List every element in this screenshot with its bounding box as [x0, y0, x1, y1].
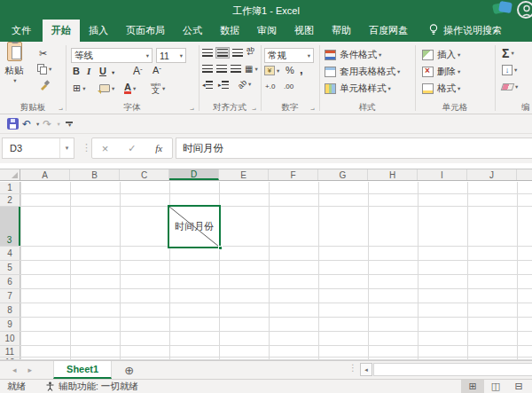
- dialog-launcher-icon[interactable]: ⌐: [310, 106, 315, 113]
- delete-cells-button[interactable]: 删除▾: [422, 66, 460, 78]
- fill-color-button[interactable]: ▾: [99, 84, 114, 92]
- format-painter-button[interactable]: [39, 80, 50, 90]
- font-size-combo[interactable]: 11▾: [156, 48, 186, 63]
- formula-input[interactable]: 时间月份: [176, 138, 532, 159]
- font-color-button[interactable]: A▾: [124, 83, 136, 94]
- undo-dropdown[interactable]: ▾: [36, 121, 39, 128]
- dialog-launcher-icon[interactable]: ⌐: [190, 106, 194, 113]
- conditional-formatting-button[interactable]: 条件格式▾: [325, 49, 381, 61]
- orientation-button[interactable]: ab▾: [238, 80, 251, 89]
- row-header-4[interactable]: 4: [0, 247, 20, 260]
- wrap-text-button[interactable]: ab↩: [246, 47, 254, 56]
- fill-button[interactable]: ↓▾: [502, 65, 517, 75]
- selected-cell-d3[interactable]: 时间月份: [168, 205, 221, 248]
- format-as-table-button[interactable]: 套用表格格式▾: [325, 66, 400, 78]
- enter-button[interactable]: ✓: [128, 143, 136, 154]
- clear-button[interactable]: ▾: [502, 83, 518, 90]
- row-header-6[interactable]: 6: [0, 275, 20, 288]
- column-header-partial[interactable]: [517, 169, 532, 180]
- hscroll-left-button[interactable]: ◂: [360, 363, 372, 376]
- prev-sheet-button[interactable]: ◂: [12, 365, 17, 374]
- cut-button[interactable]: ✂: [39, 48, 47, 59]
- user-avatar[interactable]: [517, 1, 532, 19]
- align-middle-button[interactable]: [216, 48, 229, 58]
- dialog-launcher-icon[interactable]: ⌐: [252, 106, 256, 113]
- row-header-2[interactable]: 2: [0, 194, 20, 206]
- normal-view-button[interactable]: ⊞: [461, 380, 484, 393]
- percent-style-button[interactable]: %: [286, 65, 294, 75]
- row-header-12[interactable]: 12: [0, 358, 20, 359]
- phonetic-guide-button[interactable]: wén 文 ▾: [151, 82, 165, 95]
- column-header-c[interactable]: C: [120, 169, 169, 180]
- row-header-3-active[interactable]: 3: [0, 207, 20, 246]
- column-header-d-active[interactable]: D: [169, 169, 219, 180]
- tab-insert[interactable]: 插入: [80, 20, 117, 42]
- underline-button[interactable]: U: [99, 66, 106, 76]
- tab-home[interactable]: 开始: [43, 20, 80, 42]
- increase-indent-button[interactable]: ▸: [218, 81, 229, 89]
- decrease-indent-button[interactable]: ◂: [202, 81, 213, 89]
- tab-file[interactable]: 文件: [0, 20, 43, 42]
- insert-function-button[interactable]: fx: [155, 143, 162, 153]
- column-header-g[interactable]: G: [318, 169, 368, 180]
- column-header-i[interactable]: I: [418, 169, 467, 180]
- sheet-tab-sheet1[interactable]: Sheet1: [53, 361, 112, 379]
- row-header-8[interactable]: 8: [0, 303, 20, 317]
- formula-bar-splitter[interactable]: ⋮: [82, 142, 91, 153]
- column-header-b[interactable]: B: [70, 169, 120, 180]
- align-left-button[interactable]: [202, 65, 213, 73]
- tab-help[interactable]: 帮助: [323, 20, 360, 42]
- number-format-combo[interactable]: 常规▾: [264, 48, 314, 63]
- customize-qat-button[interactable]: ▾: [66, 122, 73, 127]
- italic-button[interactable]: I: [87, 66, 90, 76]
- column-header-e[interactable]: E: [219, 169, 269, 180]
- copy-button[interactable]: ▾: [37, 64, 51, 75]
- row-header-11[interactable]: 11: [0, 346, 20, 357]
- grow-font-button[interactable]: Aˆ: [133, 65, 143, 77]
- decrease-decimal-button[interactable]: .00: [284, 83, 293, 90]
- tab-formulas[interactable]: 公式: [174, 20, 211, 42]
- tab-review[interactable]: 审阅: [248, 20, 286, 42]
- horizontal-scrollbar[interactable]: [373, 363, 532, 376]
- cancel-button[interactable]: ×: [102, 142, 109, 155]
- merge-center-button[interactable]: ▦▾: [245, 64, 258, 74]
- page-break-view-button[interactable]: ⊟: [507, 380, 530, 393]
- align-bottom-button[interactable]: [232, 49, 243, 57]
- shrink-font-button[interactable]: Aˇ: [153, 65, 161, 75]
- align-center-button[interactable]: [216, 65, 227, 73]
- tell-me-search[interactable]: 操作说明搜索: [429, 20, 502, 42]
- fill-handle[interactable]: [218, 246, 223, 250]
- row-header-10[interactable]: 10: [0, 332, 20, 345]
- tab-scrollbar-splitter[interactable]: ⋮: [348, 363, 357, 373]
- align-right-button[interactable]: [231, 65, 241, 73]
- increase-decimal-button[interactable]: +.0: [265, 83, 275, 90]
- dialog-launcher-icon[interactable]: ⌐: [59, 106, 63, 113]
- currency-format-button[interactable]: ¥ ▾: [264, 66, 279, 75]
- column-header-h[interactable]: H: [368, 169, 418, 180]
- row-header-1[interactable]: 1: [0, 182, 20, 193]
- column-header-f[interactable]: F: [269, 169, 318, 180]
- save-button[interactable]: [7, 118, 19, 130]
- insert-cells-button[interactable]: 插入▾: [422, 49, 460, 61]
- bold-button[interactable]: B: [73, 66, 80, 76]
- tab-page-layout[interactable]: 页面布局: [117, 20, 174, 42]
- font-name-combo[interactable]: 等线▾: [71, 48, 153, 63]
- next-sheet-button[interactable]: ▸: [28, 365, 33, 374]
- comma-style-button[interactable]: ,: [300, 63, 303, 76]
- cell-styles-button[interactable]: 单元格样式▾: [325, 83, 391, 95]
- align-top-button[interactable]: [202, 49, 213, 57]
- underline-dropdown[interactable]: ▾: [112, 69, 114, 76]
- column-header-j[interactable]: J: [467, 169, 517, 180]
- name-box[interactable]: D3 ▾: [2, 138, 74, 159]
- redo-button[interactable]: ↷: [43, 118, 51, 130]
- column-header-a[interactable]: A: [20, 169, 70, 180]
- tab-data[interactable]: 数据: [211, 20, 248, 42]
- row-header-9[interactable]: 9: [0, 318, 20, 331]
- undo-button[interactable]: ↶: [22, 118, 31, 130]
- format-cells-button[interactable]: 格式▾: [422, 83, 460, 95]
- autosum-button[interactable]: Σ▾: [502, 46, 514, 60]
- row-header-7[interactable]: 7: [0, 289, 20, 303]
- new-sheet-button[interactable]: ⊕: [124, 361, 134, 379]
- tab-baidu-netdisk[interactable]: 百度网盘: [360, 20, 417, 42]
- borders-button[interactable]: ⊞▾: [73, 83, 85, 94]
